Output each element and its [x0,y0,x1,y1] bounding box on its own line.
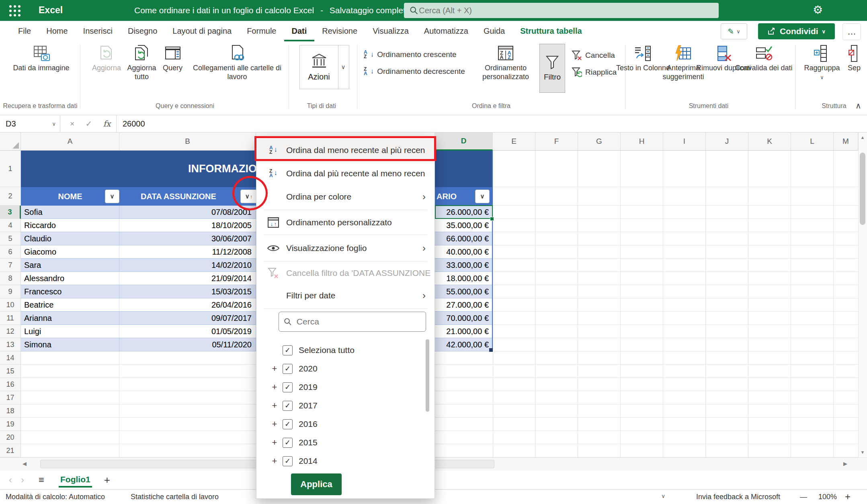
filter-option-year[interactable]: + ✓ 2017 [256,397,425,414]
insert-function-icon[interactable]: fx [103,119,111,129]
ungroup-rows-button[interactable]: Sep [838,45,867,73]
data-types-actions-button[interactable]: Azioni [299,45,338,89]
row-header-1[interactable]: 1 [0,151,21,187]
row-header-6[interactable]: 6 [0,245,21,259]
cell-date[interactable]: 01/05/2019 [119,325,256,338]
menu-item-custom-sort[interactable]: ↓↑ Ordinamento personalizzato [256,211,435,234]
checkbox-checked[interactable]: ✓ [283,419,293,429]
filter-search-box[interactable] [279,312,426,332]
workbook-stats-button[interactable]: Statistiche cartella di lavoro [131,493,219,501]
cell-name[interactable]: Sara [21,259,119,271]
filter-option-year[interactable]: + ✓ 2016 [256,415,425,433]
checkbox-checked[interactable]: ✓ [283,345,293,355]
cell-date[interactable]: 07/08/2001 [119,206,256,218]
workbook-links-button[interactable]: Collegamenti alle cartelle di lavoro [187,45,287,81]
cell-salary[interactable]: 18.000,00 € [435,272,493,285]
column-header-b[interactable]: B [119,133,256,151]
global-search[interactable] [404,3,719,18]
zoom-in-icon[interactable]: + [845,491,851,502]
editing-mode-button[interactable]: ✎ ∨ [721,23,747,39]
column-header-g[interactable]: G [578,133,621,151]
column-header-k[interactable]: K [748,133,791,151]
add-sheet-icon[interactable]: + [104,474,110,486]
tab-dati[interactable]: Dati [284,21,315,41]
cell-name[interactable]: Francesco [21,285,119,298]
name-box[interactable]: D3 ∨ [0,115,60,132]
row-header-4[interactable]: 4 [0,219,21,232]
data-validation-button[interactable]: Convalida dei dati [734,45,794,73]
scroll-left-icon[interactable]: ◀ [23,461,27,467]
column-header-j[interactable]: J [706,133,748,151]
cell-date[interactable]: 26/04/2016 [119,298,256,311]
checkbox-checked[interactable]: ✓ [283,364,293,374]
cell-name[interactable]: Alessandro [21,272,119,285]
waffle-icon[interactable] [9,5,21,17]
cell-salary[interactable]: 21.000,00 € [435,325,493,338]
sort-ascending-button[interactable]: AZ ↓ Ordinamento crescente [364,50,457,59]
share-button[interactable]: Condividi ∨ [758,23,835,39]
scroll-down-icon[interactable]: ▼ [860,450,865,455]
previous-sheet-icon[interactable]: ‹ [9,474,12,486]
cell-salary[interactable]: 55.000,00 € [435,285,493,298]
collapse-ribbon-icon[interactable]: ∧ [855,101,861,110]
scroll-up-icon[interactable]: ▲ [860,135,865,140]
filter-option-select-all[interactable]: ✓ Seleziona tutto [256,341,425,359]
menu-item-sort-by-color[interactable]: Ordina per colore › [256,186,435,208]
tab-home[interactable]: Home [39,21,75,41]
cell-date[interactable]: 18/10/2005 [119,219,256,232]
clear-filter-button[interactable]: Cancella [572,50,615,61]
cell-name[interactable]: Giacomo [21,245,119,258]
menu-item-sheet-view[interactable]: Visualizzazione foglio › [256,237,435,259]
document-title[interactable]: Come ordinare i dati in un foglio di cal… [134,6,428,15]
row-header-7[interactable]: 7 [0,259,21,272]
row-header-14[interactable]: 14 [0,351,21,365]
cell-date[interactable]: 09/07/2017 [119,312,256,324]
row-header-15[interactable]: 15 [0,365,21,378]
row-header-11[interactable]: 11 [0,312,21,325]
tab-disegno[interactable]: Disegno [120,21,165,41]
tab-formule[interactable]: Formule [239,21,284,41]
column-header-d[interactable]: D [435,133,493,151]
row-header-18[interactable]: 18 [0,404,21,418]
expand-icon[interactable]: + [270,456,279,466]
cell-name[interactable]: Riccardo [21,219,119,232]
cell-date[interactable]: 11/12/2008 [119,245,256,258]
refresh-button[interactable]: Aggiorna [88,45,125,73]
menu-list-scrollbar-thumb[interactable] [426,339,429,412]
expand-icon[interactable]: + [270,419,279,429]
cell-name[interactable]: Claudio [21,232,119,245]
filter-search-input[interactable] [296,316,421,327]
tab-visualizza[interactable]: Visualizza [365,21,416,41]
expand-icon[interactable]: + [270,363,279,374]
tab-automatizza[interactable]: Automatizza [416,21,476,41]
cell-name[interactable]: Simona [21,338,119,351]
apply-button[interactable]: Applica [291,473,342,495]
gear-icon[interactable]: ⚙ [813,3,823,16]
checkbox-checked[interactable]: ✓ [283,456,293,466]
actions-dropdown[interactable]: ∨ [338,45,349,89]
column-header-i[interactable]: I [663,133,706,151]
cell-name[interactable]: Luigi [21,325,119,338]
row-header-8[interactable]: 8 [0,272,21,285]
tab-struttura-tabella[interactable]: Struttura tabella [512,21,589,41]
reapply-filter-button[interactable]: Riapplica [572,67,617,78]
checkbox-checked[interactable]: ✓ [283,438,293,448]
tab-layout[interactable]: Layout di pagina [165,21,239,41]
zoom-level[interactable]: 100% [818,493,837,501]
sheet-tab-foglio1[interactable]: Foglio1 [59,472,92,488]
tab-revisione[interactable]: Revisione [314,21,365,41]
column-header-h[interactable]: H [621,133,663,151]
cell-salary[interactable]: 35.000,00 € [435,219,493,232]
row-header-9[interactable]: 9 [0,285,21,298]
filter-dropdown-salario[interactable]: ∨ [475,190,490,203]
cell-name[interactable]: Beatrice [21,298,119,311]
cancel-entry-icon[interactable]: × [70,119,75,129]
cell-name[interactable]: Sofia [21,206,119,218]
next-sheet-icon[interactable]: › [21,474,24,486]
row-header-19[interactable]: 19 [0,418,21,431]
column-header-f[interactable]: F [535,133,578,151]
search-input[interactable] [418,6,713,16]
row-header-3[interactable]: 3 [0,206,21,219]
cell-salary[interactable]: 33.000,00 € [435,259,493,271]
more-options-button[interactable]: … [842,23,861,40]
